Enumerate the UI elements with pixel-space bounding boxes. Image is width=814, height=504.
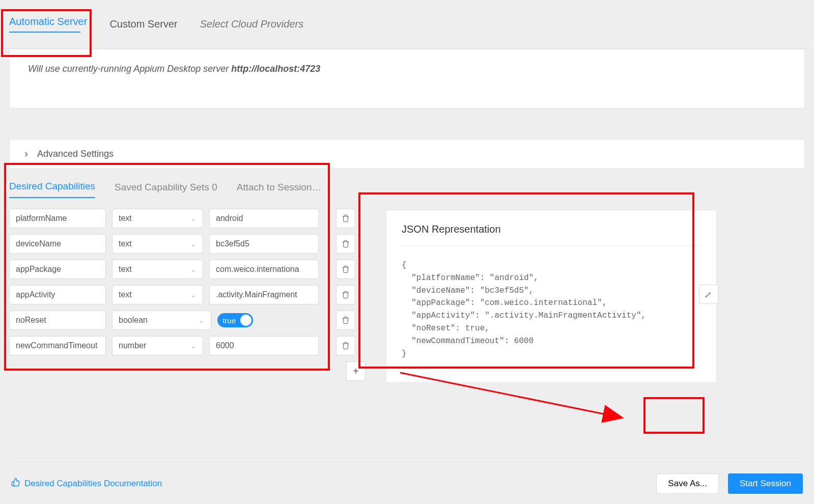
documentation-link[interactable]: Desired Capabilities Documentation	[11, 478, 162, 489]
json-body: { "platformName": "android", "deviceName…	[402, 259, 701, 360]
capability-rows: text⌄ text⌄ text⌄ text⌄	[9, 209, 355, 355]
capability-type-select[interactable]: text⌄	[112, 285, 203, 304]
pencil-icon	[705, 290, 713, 298]
capability-type-select[interactable]: boolean⌄	[112, 311, 211, 330]
save-as-button[interactable]: Save As...	[656, 473, 719, 494]
tab-cloud-providers[interactable]: Select Cloud Providers	[200, 8, 314, 40]
chevron-down-icon: ⌄	[190, 214, 197, 222]
chevron-down-icon: ⌄	[190, 291, 197, 299]
capability-value-input[interactable]	[209, 336, 319, 355]
capability-value-input[interactable]	[209, 285, 319, 304]
capability-name-input[interactable]	[9, 260, 106, 279]
toggle-knob	[240, 315, 251, 326]
plus-icon: +	[353, 366, 359, 377]
delete-capability-button[interactable]	[336, 285, 355, 304]
capability-tabs: Desired Capabilities Saved Capability Se…	[9, 171, 355, 199]
tab-custom-server[interactable]: Custom Server	[109, 8, 187, 40]
chevron-down-icon: ⌄	[190, 240, 197, 248]
capability-row: text⌄	[9, 260, 355, 279]
tab-automatic-server[interactable]: Automatic Server	[9, 6, 97, 43]
chevron-down-icon: ⌄	[190, 265, 197, 273]
thumbs-up-icon	[11, 478, 20, 489]
capabilities-left: Desired Capabilities Saved Capability Se…	[9, 171, 355, 383]
chevron-down-icon: ⌄	[190, 342, 197, 350]
capabilities-area: Desired Capabilities Saved Capability Se…	[9, 171, 805, 383]
advanced-settings-label: Advanced Settings	[37, 149, 114, 159]
capability-type-select[interactable]: text⌄	[112, 260, 203, 279]
capability-name-input[interactable]	[9, 209, 106, 228]
delete-capability-button[interactable]	[336, 260, 355, 279]
capability-type-select[interactable]: text⌄	[112, 234, 203, 254]
server-info-text: Will use currently-running Appium Deskto…	[28, 64, 231, 74]
capability-row: boolean⌄ true	[9, 311, 355, 330]
capability-name-input[interactable]	[9, 311, 106, 330]
advanced-settings-toggle[interactable]: Advanced Settings	[9, 139, 805, 169]
delete-capability-button[interactable]	[336, 336, 355, 355]
capability-row: text⌄	[9, 234, 355, 254]
footer: Desired Capabilities Documentation Save …	[9, 462, 805, 504]
tab-attach-to-session[interactable]: Attach to Session…	[237, 177, 322, 198]
tab-label: Select Cloud Providers	[200, 18, 303, 30]
tab-label: Custom Server	[109, 18, 177, 30]
capability-type-select[interactable]: text⌄	[112, 209, 203, 228]
capability-value-input[interactable]	[209, 260, 319, 279]
capability-name-input[interactable]	[9, 234, 106, 254]
delete-capability-button[interactable]	[336, 234, 355, 254]
capability-row: number⌄	[9, 336, 355, 355]
capability-row: text⌄	[9, 285, 355, 304]
documentation-label: Desired Capabilities Documentation	[24, 479, 162, 489]
top-tabs: Automatic Server Custom Server Select Cl…	[0, 0, 814, 49]
edit-json-button[interactable]	[699, 285, 718, 304]
chevron-down-icon: ⌄	[199, 316, 205, 324]
footer-right: Save As... Start Session	[656, 473, 803, 494]
tab-desired-capabilities[interactable]: Desired Capabilities	[9, 176, 95, 198]
add-capability-button[interactable]: +	[346, 361, 366, 381]
delete-capability-button[interactable]	[336, 311, 355, 330]
tab-saved-capability-sets[interactable]: Saved Capability Sets 0	[115, 177, 217, 198]
capability-row: text⌄	[9, 209, 355, 228]
json-title: JSON Representation	[402, 223, 701, 246]
capability-boolean-toggle[interactable]: true	[217, 313, 253, 327]
server-host: http://localhost:4723	[231, 64, 320, 74]
delete-capability-button[interactable]	[336, 209, 355, 228]
capability-name-input[interactable]	[9, 336, 106, 355]
json-representation-panel: JSON Representation { "platformName": "a…	[386, 210, 717, 383]
capability-value-input[interactable]	[209, 209, 319, 228]
toggle-label: true	[222, 316, 236, 325]
start-session-button[interactable]: Start Session	[728, 473, 803, 494]
capability-type-select[interactable]: number⌄	[112, 336, 203, 355]
chevron-right-icon	[22, 150, 30, 158]
capability-value-input[interactable]	[209, 234, 319, 254]
annotation-box	[643, 397, 705, 434]
server-info-panel: Will use currently-running Appium Deskto…	[9, 49, 805, 108]
capability-name-input[interactable]	[9, 285, 106, 304]
tab-label: Automatic Server	[9, 16, 87, 27]
